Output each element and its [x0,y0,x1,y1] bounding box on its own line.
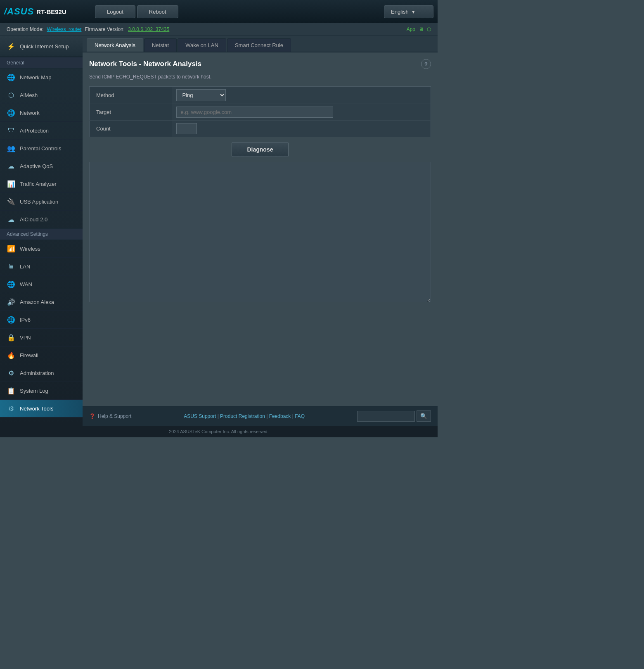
aicloud-icon: ☁ [7,215,16,224]
sidebar-item-lan[interactable]: 🖥 LAN [0,258,83,275]
asus-support-link[interactable]: ASUS Support [184,413,216,419]
sidebar-item-network-map[interactable]: 🌐 Network Map [0,69,83,86]
chevron-down-icon: ▾ [412,9,415,15]
target-input[interactable] [176,107,333,118]
header: /ASUS RT-BE92U Logout Reboot English ▾ [0,0,438,23]
reboot-button[interactable]: Reboot [137,5,178,18]
general-section-label: General [0,57,83,69]
sidebar-item-label: IPv6 [20,317,31,323]
logo-area: /ASUS RT-BE92U [4,6,95,17]
header-buttons: Logout Reboot [95,5,384,18]
diagnose-button[interactable]: Diagnose [232,142,288,157]
help-icon[interactable]: ? [421,59,431,69]
sidebar-item-system-log[interactable]: 📋 System Log [0,382,83,400]
quick-setup-icon: ⚡ [7,42,16,51]
adaptive-qos-icon: ☁ [7,161,16,171]
sidebar-item-usb-application[interactable]: 🔌 USB Application [0,193,83,211]
aiprotection-icon: 🛡 [7,126,16,135]
sidebar-item-label: Amazon Alexa [20,299,54,305]
footer-links: ASUS Support | Product Registration | Fe… [184,413,305,419]
sidebar-item-label: VPN [20,334,31,341]
firewall-icon: 🔥 [7,351,16,360]
panel-title-bar: Network Tools - Network Analysis ? [89,59,431,69]
language-label: English [391,9,409,15]
form-table: Method Ping Traceroute NS Lookup Target [89,86,431,137]
sidebar-item-traffic-analyzer[interactable]: 📊 Traffic Analyzer [0,175,83,193]
content-area: Network Analysis Netstat Wake on LAN Sma… [83,36,438,426]
help-support-label: Help & Support [98,413,131,419]
footer-search-button[interactable]: 🔍 [417,410,431,422]
sidebar-item-label: Wireless [20,246,40,252]
count-row: Count [90,121,431,137]
diagnose-btn-wrap: Diagnose [89,142,431,157]
sidebar-item-network[interactable]: 🌐 Network [0,104,83,122]
tab-smart-connect-rule[interactable]: Smart Connect Rule [227,38,291,52]
usb-icon[interactable]: ⬡ [427,26,431,32]
footer: ❓ Help & Support ASUS Support | Product … [83,406,438,426]
opmode-link[interactable]: Wireless_router [47,26,81,32]
output-area[interactable] [89,162,431,302]
sidebar-item-label: Firewall [20,352,38,358]
feedback-link[interactable]: Feedback [269,413,291,419]
tab-netstat[interactable]: Netstat [144,38,177,52]
sidebar-item-wan[interactable]: 🌐 WAN [0,275,83,293]
footer-search-input[interactable] [357,411,415,422]
target-input-cell [172,104,431,121]
sidebar-item-label: Network Map [20,74,52,81]
method-select[interactable]: Ping Traceroute NS Lookup [176,89,226,101]
lan-icon: 🖥 [7,262,16,271]
system-log-icon: 📋 [7,386,16,395]
monitor-icon[interactable]: 🖥 [419,26,424,32]
panel-desc: Send ICMP ECHO_REQUEST packets to networ… [89,74,431,80]
sidebar-item-label: Parental Controls [20,145,61,152]
sidebar-item-label: Network Tools [20,406,53,412]
advanced-section-label: Advanced Settings [0,228,83,240]
sidebar-item-vpn[interactable]: 🔒 VPN [0,329,83,346]
sidebar-item-label: USB Application [20,199,58,205]
help-support: ❓ Help & Support [89,413,131,419]
opmode-icons: App 🖥 ⬡ [407,26,431,32]
count-input[interactable] [176,123,197,134]
sidebar-item-label: AiMesh [20,92,38,98]
method-row: Method Ping Traceroute NS Lookup [90,87,431,104]
opmode-bar: Operation Mode: Wireless_router Firmware… [0,23,438,36]
traffic-analyzer-icon: 📊 [7,179,16,188]
model-name: RT-BE92U [36,8,66,15]
sidebar: ⚡ Quick Internet Setup General 🌐 Network… [0,36,83,426]
product-registration-link[interactable]: Product Registration [220,413,265,419]
method-label: Method [90,87,172,104]
sidebar-item-aiprotection[interactable]: 🛡 AiProtection [0,122,83,140]
tab-wake-on-lan[interactable]: Wake on LAN [178,38,226,52]
count-label: Count [90,121,172,137]
network-icon: 🌐 [7,108,16,117]
sidebar-item-aimesh[interactable]: ⬡ AiMesh [0,86,83,104]
sidebar-item-parental-controls[interactable]: 👥 Parental Controls [0,140,83,157]
count-input-cell [172,121,431,137]
sidebar-item-label: Adaptive QoS [20,163,53,169]
network-map-icon: 🌐 [7,73,16,82]
logout-button[interactable]: Logout [95,5,135,18]
sidebar-item-ipv6[interactable]: 🌐 IPv6 [0,311,83,329]
sidebar-item-label: AiProtection [20,128,49,134]
firmware-link[interactable]: 3.0.0.6.102_37435 [128,26,169,32]
copyright: 2024 ASUSTeK Computer Inc. All rights re… [0,426,438,437]
network-tools-icon: ⚙ [7,404,16,413]
target-label: Target [90,104,172,121]
sidebar-item-administration[interactable]: ⚙ Administration [0,364,83,382]
ipv6-icon: 🌐 [7,315,16,324]
sidebar-item-wireless[interactable]: 📶 Wireless [0,240,83,258]
sidebar-item-label: AiCloud 2.0 [20,216,47,223]
content-panel: Network Tools - Network Analysis ? Send … [83,52,438,406]
sidebar-item-quick-setup[interactable]: ⚡ Quick Internet Setup [0,36,83,57]
sidebar-item-firewall[interactable]: 🔥 Firewall [0,346,83,364]
sidebar-item-network-tools[interactable]: ⚙ Network Tools [0,400,83,418]
faq-link[interactable]: FAQ [295,413,305,419]
administration-icon: ⚙ [7,368,16,377]
wireless-icon: 📶 [7,244,16,253]
language-selector[interactable]: English ▾ [384,5,433,18]
sidebar-item-aicloud[interactable]: ☁ AiCloud 2.0 [0,211,83,228]
opmode-prefix: Operation Mode: [7,26,43,32]
tab-network-analysis[interactable]: Network Analysis [87,38,143,52]
sidebar-item-amazon-alexa[interactable]: 🔊 Amazon Alexa [0,293,83,311]
sidebar-item-adaptive-qos[interactable]: ☁ Adaptive QoS [0,157,83,175]
